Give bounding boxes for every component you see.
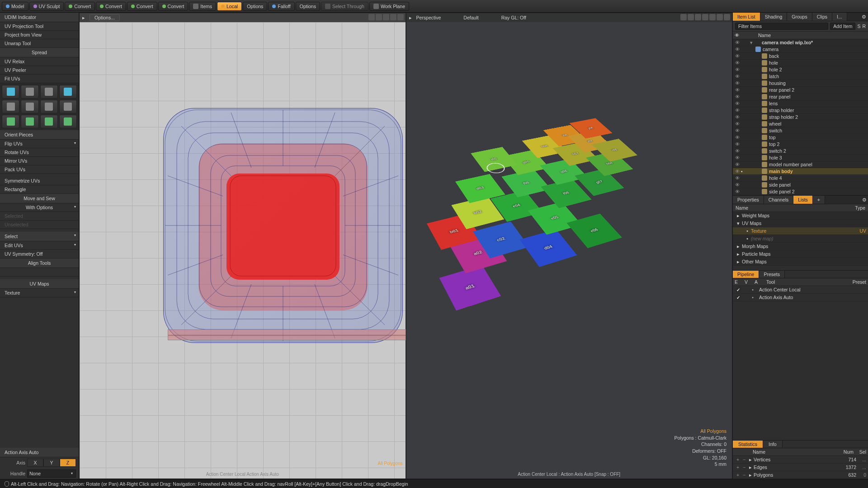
add-item-dropdown[interactable]: Add Item [830, 23, 855, 30]
tree-row[interactable]: 👁▪main body [733, 168, 868, 175]
tool-btn-c2[interactable] [21, 115, 38, 128]
tree-row[interactable]: 👁side panel [733, 182, 868, 188]
tree-row[interactable]: 👁rear panel 2 [733, 87, 868, 94]
perspective-canvas[interactable]: a01 a02 b01 b02 c02 d03 d04 e04 e05 e06 … [406, 22, 732, 479]
tabs-gear-icon[interactable]: ⚙ [860, 13, 868, 21]
tool-btn-b4[interactable] [59, 100, 77, 113]
maps-row[interactable]: ▾UV Maps [733, 220, 868, 227]
visibility-eye-icon[interactable]: 👁 [734, 108, 741, 113]
pipeline-row[interactable]: ✓•Action Center Local [733, 286, 868, 294]
visibility-eye-icon[interactable]: 👁 [734, 53, 741, 59]
tab-shading[interactable]: Shading [760, 13, 788, 21]
tree-row[interactable]: 👁housing [733, 80, 868, 87]
visibility-eye-icon[interactable]: 👁 [734, 47, 741, 52]
vp-r-zoom-icon[interactable] [695, 14, 701, 20]
uv-projection-tool[interactable]: UV Projection Tool [0, 22, 79, 31]
visibility-eye-icon[interactable]: 👁 [734, 148, 741, 154]
select-col[interactable]: ▪ [741, 169, 748, 174]
move-sew-header[interactable]: Move and Sew [0, 194, 79, 203]
tree-row[interactable]: 👁hole 3 [733, 155, 868, 161]
filter-s-icon[interactable]: S [857, 23, 860, 29]
vp-persp-label[interactable]: Perspective [416, 15, 441, 20]
items-button[interactable]: Items [189, 2, 216, 11]
vp-left-menu-icon[interactable]: ▸ [82, 15, 85, 20]
with-options[interactable]: With Options [0, 203, 79, 212]
rotate-uvs[interactable]: Rotate UVs [0, 148, 79, 157]
mirror-uvs[interactable]: Mirror UVs [0, 157, 79, 165]
expand-icon[interactable]: ▾ [735, 221, 742, 226]
handle-select[interactable]: None [27, 469, 76, 478]
vp-move-icon[interactable] [368, 14, 375, 20]
maps-row[interactable]: •TextureUV [733, 227, 868, 235]
vp-raygl-label[interactable]: Ray GL: Off [501, 15, 526, 20]
tree-row[interactable]: 👁top [733, 134, 868, 141]
tab-channels[interactable]: Channels [764, 196, 793, 204]
active-dot-icon[interactable]: • [749, 295, 756, 300]
visibility-eye-icon[interactable]: 👁 [734, 141, 741, 147]
pipeline-row[interactable]: ✓•Action Axis Auto [733, 294, 868, 301]
tree-row[interactable]: 👁top 2 [733, 141, 868, 148]
tree-row[interactable]: 👁hole 4 [733, 175, 868, 182]
axis-x[interactable]: X [27, 459, 43, 467]
tool-btn-b3[interactable] [40, 100, 58, 113]
expand-icon[interactable]: • [744, 228, 751, 234]
tool-btn-c3[interactable] [40, 115, 58, 128]
convert-button-3[interactable]: Convert [127, 2, 157, 11]
expand-arrow-icon[interactable]: ▸ [747, 457, 754, 462]
tool-btn-c4[interactable] [59, 115, 77, 128]
tree-row[interactable]: 👁▸back [733, 53, 868, 60]
tree-row[interactable]: 👁▾camera [733, 46, 868, 53]
maps-row[interactable]: •(new map) [733, 235, 868, 243]
visibility-eye-icon[interactable]: 👁 [734, 87, 741, 93]
visibility-eye-icon[interactable]: 👁 [734, 162, 741, 167]
visibility-eye-icon[interactable]: 👁 [734, 74, 741, 79]
tab-statistics[interactable]: Statistics [733, 441, 763, 448]
tool-btn-a2[interactable] [21, 85, 38, 99]
tree-row[interactable]: 👁side panel 2 [733, 188, 868, 195]
uv-peeler[interactable]: UV Peeler [0, 66, 79, 75]
texture-dropdown[interactable]: Texture [0, 289, 79, 297]
filter-r-icon[interactable]: R [862, 23, 866, 29]
expand-icon[interactable]: ▸ [735, 213, 742, 218]
visibility-eye-icon[interactable]: 👁 [734, 128, 741, 133]
tree-row[interactable]: 👁strap holder [733, 107, 868, 114]
plus-icon[interactable]: + [735, 472, 741, 478]
convert-button-1[interactable]: Convert [65, 2, 95, 11]
pipeline-list[interactable]: ✓•Action Center Local✓•Action Axis Auto [733, 286, 868, 301]
vp-default-label[interactable]: Default [463, 15, 478, 20]
visibility-eye-icon[interactable]: 👁 [734, 155, 741, 160]
uv-viewport[interactable]: ▸ Options... /*radial wire illusion belo… [79, 13, 406, 479]
uv-maps-header[interactable]: UV Maps [0, 279, 79, 289]
statistics-list[interactable]: +−▸Vertices714...+−▸Edges1372...+−▸Polyg… [733, 456, 868, 479]
plus-icon[interactable]: + [735, 457, 741, 462]
minus-icon[interactable]: − [741, 472, 747, 478]
visibility-eye-icon[interactable]: 👁 [734, 169, 741, 174]
maps-row[interactable]: ▸Weight Maps [733, 212, 868, 220]
visibility-eye-icon[interactable]: 👁 [734, 135, 741, 140]
tree-row[interactable]: 👁hole [733, 60, 868, 66]
uv-relax[interactable]: UV Relax [0, 57, 79, 66]
tree-row[interactable]: 👁strap holder 2 [733, 114, 868, 121]
tab-pipeline[interactable]: Pipeline [733, 271, 759, 278]
flip-uvs[interactable]: Flip UVs [0, 140, 79, 148]
minus-icon[interactable]: − [741, 457, 747, 462]
axis-y[interactable]: Y [43, 459, 60, 467]
item-tree[interactable]: 👁▾camera model wip.lxo*👁▾camera👁▸back👁ho… [733, 39, 868, 195]
vp-r-move-icon[interactable] [680, 14, 687, 20]
tool-btn-a3[interactable] [40, 85, 58, 99]
maps-row[interactable]: ▸Particle Maps [733, 250, 868, 258]
expand-arrow-icon[interactable]: ▸ [747, 465, 754, 470]
tool-btn-c1[interactable] [2, 115, 19, 128]
mode-uvsculpt-button[interactable]: UV Sculpt [29, 2, 64, 11]
expand-icon[interactable]: ▸ [748, 101, 762, 106]
vp-zoom-icon[interactable] [376, 14, 382, 20]
project-from-view[interactable]: Project from View [0, 31, 79, 39]
minus-icon[interactable]: − [741, 465, 747, 470]
visibility-eye-icon[interactable]: 👁 [734, 114, 741, 120]
visibility-eye-icon[interactable]: 👁 [734, 40, 741, 45]
visibility-eye-icon[interactable]: 👁 [734, 175, 741, 181]
unwrap-tool[interactable]: Unwrap Tool [0, 39, 79, 48]
tab-add[interactable]: + [813, 196, 825, 204]
axis-z[interactable]: Z [60, 459, 76, 467]
visibility-eye-icon[interactable]: 👁 [734, 67, 741, 72]
